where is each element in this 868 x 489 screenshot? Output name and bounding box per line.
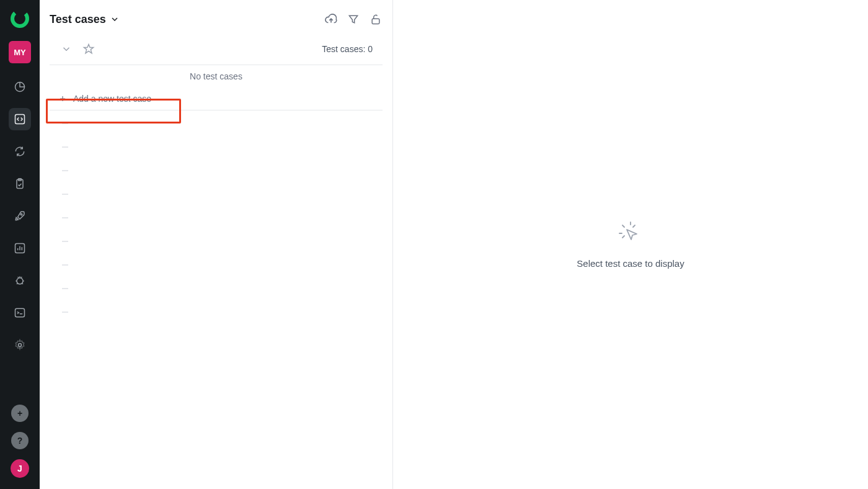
add-test-case-button[interactable]: Add a new test case [50, 87, 383, 110]
filter-button[interactable] [347, 12, 360, 26]
bug-icon [14, 274, 26, 287]
sidebar-bottom: + ? J [11, 405, 29, 489]
clipboard-icon [14, 177, 26, 190]
panel-actions [324, 12, 383, 26]
pie-chart-icon [14, 81, 26, 93]
star-icon [82, 43, 95, 55]
bar-chart-icon [14, 242, 26, 254]
help-button[interactable]: ? [11, 432, 29, 449]
unlock-icon [370, 13, 382, 25]
panel-title: Test cases [50, 13, 106, 26]
svg-rect-1 [16, 115, 25, 124]
nav-test-cases[interactable] [9, 108, 31, 130]
test-cases-panel: Test cases [40, 0, 393, 489]
upload-cloud-icon [324, 12, 338, 26]
code-square-icon [14, 113, 26, 125]
ghost-line [62, 217, 68, 218]
create-button[interactable]: + [11, 405, 29, 422]
user-avatar[interactable]: J [11, 459, 29, 478]
ghost-line [62, 170, 68, 171]
chevron-down-icon [61, 43, 72, 55]
svg-point-0 [10, 9, 30, 29]
sidebar: MY [0, 0, 40, 489]
filter-icon [347, 13, 360, 25]
nav-launches[interactable] [9, 205, 31, 227]
svg-point-8 [19, 344, 22, 347]
cursor-click-icon [618, 221, 643, 246]
nav-clipboard[interactable] [9, 173, 31, 195]
ghost-line [62, 123, 68, 124]
svg-point-4 [20, 213, 22, 215]
nav-cycles[interactable] [9, 140, 31, 163]
ghost-line [62, 312, 68, 313]
ghost-line [62, 288, 68, 289]
rocket-icon [14, 210, 26, 222]
svg-rect-7 [16, 308, 25, 316]
nav-analytics[interactable] [9, 237, 31, 259]
chevron-down-icon [110, 14, 120, 24]
nav-defects[interactable] [9, 269, 31, 292]
terminal-icon [14, 307, 26, 319]
ghost-line [62, 264, 68, 266]
nav-dashboard[interactable] [9, 76, 31, 98]
panel-title-dropdown[interactable]: Test cases [50, 13, 120, 26]
collapse-toggle[interactable] [60, 42, 73, 56]
upload-button[interactable] [324, 12, 338, 26]
svg-rect-9 [372, 19, 379, 24]
refresh-icon [14, 145, 26, 158]
panel-header: Test cases [40, 0, 392, 38]
sub-header-controls [60, 42, 95, 56]
lock-button[interactable] [369, 12, 383, 26]
nav-settings[interactable] [9, 334, 31, 356]
project-badge[interactable]: MY [9, 41, 31, 63]
help-icon: ? [17, 436, 23, 446]
gear-icon [14, 339, 26, 351]
panel-sub-header: Test cases: 0 [50, 38, 383, 65]
test-case-list: No test cases Add a new test case [40, 65, 392, 325]
empty-state-text: No test cases [50, 65, 383, 87]
detail-panel: Select test case to display [393, 0, 868, 489]
test-case-count: Test cases: 0 [322, 44, 373, 54]
favorite-toggle[interactable] [82, 42, 95, 56]
detail-placeholder-text: Select test case to display [577, 258, 684, 269]
plus-icon: + [17, 408, 22, 418]
placeholder-lines [50, 110, 383, 325]
plus-icon [58, 94, 67, 103]
nav-icons [9, 76, 31, 356]
add-test-case-label: Add a new test case [73, 94, 151, 104]
ghost-line [62, 241, 68, 242]
app-logo[interactable] [9, 7, 31, 30]
ghost-line [62, 194, 68, 195]
ghost-line [62, 146, 68, 148]
nav-terminal[interactable] [9, 302, 31, 324]
